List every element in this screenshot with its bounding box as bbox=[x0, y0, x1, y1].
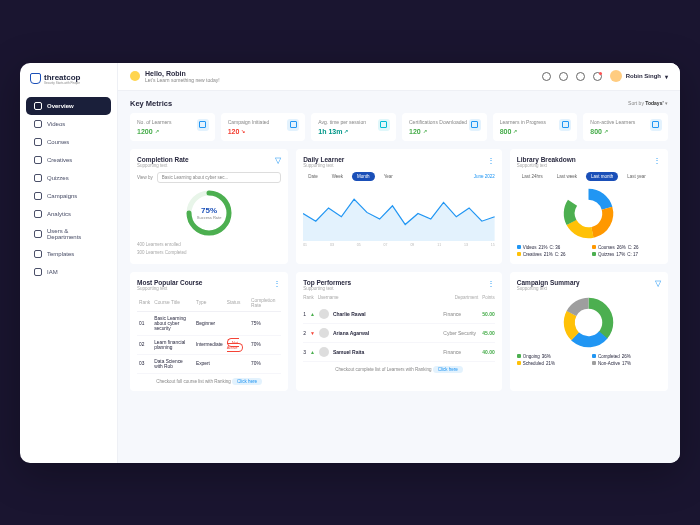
metric-learners: No. of Learners 1200↗ bbox=[130, 113, 215, 141]
logo[interactable]: threatcop Security Starts with People bbox=[20, 73, 117, 93]
library-donut bbox=[561, 186, 616, 241]
lock-icon bbox=[34, 268, 42, 276]
performers-link[interactable]: Click here bbox=[433, 366, 463, 373]
key-metrics-title: Key Metrics bbox=[130, 99, 172, 108]
greeting-subtitle: Let's Learn something new today! bbox=[145, 77, 220, 83]
tab-week[interactable]: Week bbox=[327, 172, 348, 181]
template-icon bbox=[34, 250, 42, 258]
arrow-up-icon: ↗ bbox=[423, 128, 427, 134]
filter-icon[interactable]: ▽ bbox=[275, 156, 281, 165]
nav-quizzes[interactable]: Quizzes bbox=[26, 169, 111, 187]
clipboard-icon bbox=[34, 174, 42, 182]
row-1: Completion RateSupporting text ▽ View by… bbox=[130, 149, 668, 264]
greeting-title: Hello, Robin bbox=[145, 70, 220, 77]
performer-row[interactable]: 2▼Ariana AgarwalCyber Security45.00 bbox=[303, 324, 495, 343]
table-row[interactable]: 02Learn financial planningIntermediateNo… bbox=[137, 335, 281, 354]
metric-progress: Learners in Progress 800↗ bbox=[493, 113, 578, 141]
card-campaign: Campaign SummarySupporting text ▽ Ongoin… bbox=[510, 272, 668, 391]
user-name: Robin Singh bbox=[626, 73, 661, 79]
tab-year[interactable]: Year bbox=[379, 172, 398, 181]
daily-x-axis: 0103050709111315 bbox=[303, 243, 495, 247]
nav-list: Overview Videos Courses Creatives Quizze… bbox=[20, 93, 117, 285]
megaphone-icon bbox=[34, 192, 42, 200]
campaign-donut bbox=[561, 295, 616, 350]
chart-icon bbox=[34, 210, 42, 218]
more-icon[interactable]: ⋮ bbox=[487, 279, 495, 288]
nav-courses[interactable]: Courses bbox=[26, 133, 111, 151]
avatar bbox=[319, 309, 329, 319]
users-icon bbox=[197, 119, 209, 131]
card-library: Library BreakdownSupporting text ⋮ Last … bbox=[510, 149, 668, 264]
home-icon bbox=[34, 102, 42, 110]
library-legend: Videos 21% C: 36 Courses 26% C: 26 Creat… bbox=[517, 245, 661, 257]
trend-icon bbox=[559, 119, 571, 131]
arrow-up-icon: ↗ bbox=[513, 128, 517, 134]
shield-icon bbox=[30, 73, 41, 84]
tab-month[interactable]: Month bbox=[352, 172, 375, 181]
avatar bbox=[319, 347, 329, 357]
topbar: Hello, Robin Let's Learn something new t… bbox=[118, 63, 680, 91]
nav-users[interactable]: Users & Departments bbox=[26, 223, 111, 245]
performer-row[interactable]: 1▲Charlie RawalFinance50.00 bbox=[303, 305, 495, 324]
card-daily: Daily LearnerSupporting text ⋮ Date Week… bbox=[296, 149, 502, 264]
metric-certs: Certifications Downloaded 120↗ bbox=[402, 113, 487, 141]
arrow-up-icon: ↗ bbox=[155, 128, 159, 134]
main-panel: Hello, Robin Let's Learn something new t… bbox=[118, 63, 680, 463]
metric-avgtime: Avg. time per session 1h 13m↗ bbox=[311, 113, 396, 141]
avatar bbox=[319, 328, 329, 338]
book-icon bbox=[34, 138, 42, 146]
nav-videos[interactable]: Videos bbox=[26, 115, 111, 133]
more-icon[interactable]: ⋮ bbox=[273, 279, 281, 288]
globe-icon[interactable] bbox=[559, 72, 568, 81]
search-icon[interactable] bbox=[542, 72, 551, 81]
image-icon bbox=[34, 156, 42, 164]
more-icon[interactable]: ⋮ bbox=[653, 156, 661, 165]
card-popular: Most Popular CourseSupporting text ⋮ Ran… bbox=[130, 272, 288, 391]
arrow-down-icon: ↘ bbox=[241, 128, 245, 134]
metric-nonactive: Non-active Learners 800↗ bbox=[583, 113, 668, 141]
row-2: Most Popular CourseSupporting text ⋮ Ran… bbox=[130, 272, 668, 391]
nav-overview[interactable]: Overview bbox=[26, 97, 111, 115]
filter-icon[interactable]: ▽ bbox=[655, 279, 661, 288]
brand-tagline: Security Starts with People bbox=[44, 81, 80, 85]
download-icon bbox=[469, 119, 481, 131]
nav-analytics[interactable]: Analytics bbox=[26, 205, 111, 223]
arrow-up-icon: ↗ bbox=[344, 128, 348, 134]
daily-chart bbox=[303, 186, 495, 241]
gear-icon[interactable] bbox=[576, 72, 585, 81]
nav-campaigns[interactable]: Campaigns bbox=[26, 187, 111, 205]
metric-campaign: Campaign Initiated 120↘ bbox=[221, 113, 306, 141]
completion-dropdown[interactable]: View by Basic Learning about cyber sec..… bbox=[137, 172, 281, 183]
users-icon bbox=[34, 230, 42, 238]
card-completion: Completion RateSupporting text ▽ View by… bbox=[130, 149, 288, 264]
nav-templates[interactable]: Templates bbox=[26, 245, 111, 263]
clock-icon bbox=[378, 119, 390, 131]
chevron-down-icon: ▾ bbox=[665, 73, 668, 80]
megaphone-icon bbox=[287, 119, 299, 131]
sort-control[interactable]: Sort by Todays' ▾ bbox=[628, 100, 668, 106]
performer-row[interactable]: 3▲Samuel RaitaFinance40.00 bbox=[303, 343, 495, 362]
app-window: threatcop Security Starts with People Ov… bbox=[20, 63, 680, 463]
bell-icon[interactable] bbox=[593, 72, 602, 81]
sidebar: threatcop Security Starts with People Ov… bbox=[20, 63, 118, 463]
metrics-row: No. of Learners 1200↗ Campaign Initiated… bbox=[130, 113, 668, 141]
more-icon[interactable]: ⋮ bbox=[487, 156, 495, 165]
month-picker[interactable]: June 2022 bbox=[474, 174, 495, 179]
popular-table: RankCourse TitleTypeStatusCompletion Rat… bbox=[137, 295, 281, 374]
arrow-up-icon: ↗ bbox=[604, 128, 608, 134]
tab-date[interactable]: Date bbox=[303, 172, 323, 181]
nav-creatives[interactable]: Creatives bbox=[26, 151, 111, 169]
avatar bbox=[610, 70, 622, 82]
popular-link[interactable]: Click here bbox=[232, 378, 262, 385]
user-off-icon bbox=[650, 119, 662, 131]
nav-iam[interactable]: IAM bbox=[26, 263, 111, 281]
wave-icon bbox=[130, 71, 140, 81]
user-menu[interactable]: Robin Singh ▾ bbox=[610, 70, 668, 82]
play-icon bbox=[34, 120, 42, 128]
card-performers: Top PerformersSupporting text ⋮ RankUser… bbox=[296, 272, 502, 391]
greeting: Hello, Robin Let's Learn something new t… bbox=[145, 70, 220, 83]
table-row[interactable]: 01Basic Learning about cyber securityBeg… bbox=[137, 311, 281, 335]
table-row[interactable]: 03Data Science with RobExpert70% bbox=[137, 354, 281, 373]
content: Key Metrics Sort by Todays' ▾ No. of Lea… bbox=[118, 91, 680, 407]
key-metrics-header: Key Metrics Sort by Todays' ▾ bbox=[130, 99, 668, 108]
